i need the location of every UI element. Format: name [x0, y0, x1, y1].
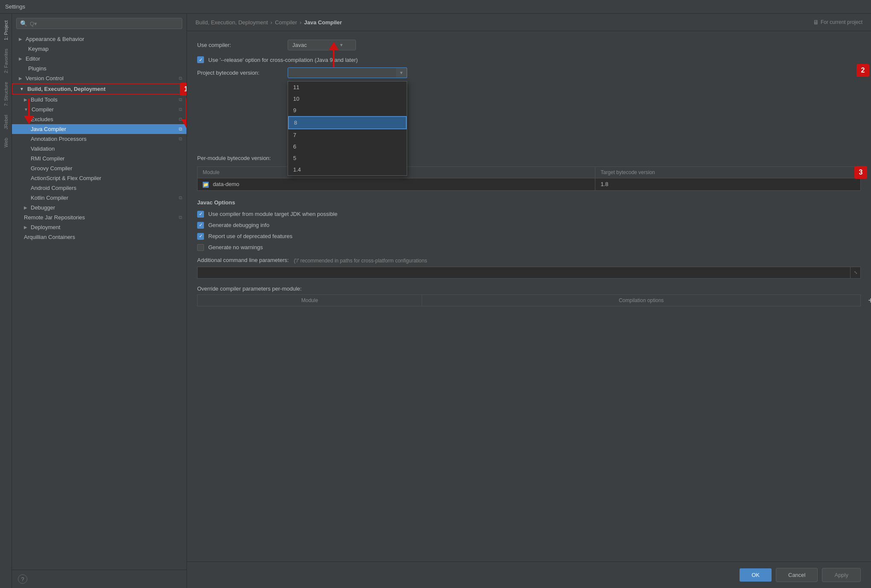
use-compiler-module-checkbox[interactable] — [197, 211, 204, 218]
copy-icon: ⧉ — [179, 215, 182, 220]
option-use-compiler-row: Use compiler from module target JDK when… — [197, 211, 861, 218]
per-module-label: Per-module bytecode version: — [197, 155, 271, 161]
add-override-btn[interactable]: + — [868, 295, 871, 305]
debug-info-checkbox[interactable] — [197, 222, 204, 229]
sidebar-item-arquillian[interactable]: Arquillian Containers — [12, 232, 186, 242]
collapse-arrow: ▶ — [19, 76, 22, 81]
sidebar-item-version-control[interactable]: ▶ Version Control ⧉ — [12, 73, 186, 83]
bottom-bar: OK Cancel Apply — [187, 562, 871, 588]
option-deprecated-row: Report use of deprecated features — [197, 233, 861, 240]
additional-cmd-input[interactable] — [197, 267, 851, 279]
sidebar-item-rmi-compiler[interactable]: RMI Compiler — [12, 154, 186, 163]
use-compiler-dropdown[interactable]: Javac ▼ — [288, 40, 356, 50]
sidebar-item-keymap[interactable]: Keymap — [12, 44, 186, 54]
copy-icon: ⧉ — [179, 136, 182, 142]
sidebar-item-groovy-compiler[interactable]: Groovy Compiler — [12, 163, 186, 173]
dropdown-option-9[interactable]: 9 — [288, 105, 407, 116]
sidebar-item-label: Annotation Processors — [31, 136, 87, 142]
dropdown-option-10[interactable]: 10 — [288, 93, 407, 105]
additional-cmd-label: Additional command line parameters: — [197, 257, 289, 263]
panel-header: Build, Execution, Deployment › Compiler … — [187, 14, 871, 31]
side-tabs: 1: Project 2: Favorites 7: Structure JRe… — [0, 14, 12, 588]
sidebar-item-android[interactable]: Android Compilers — [12, 183, 186, 193]
deprecated-checkbox[interactable] — [197, 233, 204, 240]
sidebar-tree: ▶ Appearance & Behavior Keymap ▶ Editor — [12, 32, 186, 570]
sidebar-item-build-exec-deploy[interactable]: ▼ Build, Execution, Deployment 1 — [12, 83, 186, 95]
annotation-badge-1: 1 — [180, 83, 186, 96]
sidebar-item-label: Version Control — [26, 75, 64, 82]
sidebar-item-excludes[interactable]: Excludes ⧉ — [12, 114, 186, 124]
sidebar-item-editor[interactable]: ▶ Editor — [12, 54, 186, 64]
copy-icon: ⧉ — [179, 76, 182, 81]
chevron-down-icon: ▼ — [399, 70, 404, 75]
collapse-arrow: ▶ — [19, 56, 22, 61]
sidebar-item-remote-jar[interactable]: Remote Jar Repositories ⧉ — [12, 212, 186, 222]
sidebar-item-debugger[interactable]: ▶ Debugger — [12, 203, 186, 212]
sidebar-item-label: Plugins — [28, 65, 47, 72]
ok-button[interactable]: OK — [740, 568, 772, 582]
annotation-badge-2: 2 — [856, 64, 869, 77]
sidebar-item-label: Validation — [31, 146, 55, 152]
sidebar-item-label: Remote Jar Repositories — [24, 214, 85, 221]
apply-button[interactable]: Apply — [822, 568, 861, 582]
sidebar-item-java-compiler[interactable]: Java Compiler ⧉ — [12, 124, 186, 134]
module-name: data-demo — [213, 181, 239, 187]
cmd-expand-btn[interactable]: ⤡ — [851, 267, 861, 279]
compiler-value: Javac — [292, 42, 307, 48]
cancel-button[interactable]: Cancel — [776, 568, 818, 582]
bytecode-dropdown-button[interactable]: ▼ — [396, 67, 407, 78]
search-icon: 🔍 — [20, 20, 27, 27]
sidebar-item-label: Kotlin Compiler — [31, 195, 68, 201]
dropdown-option-7[interactable]: 7 — [288, 129, 407, 141]
sidebar-item-label: Keymap — [28, 46, 49, 52]
right-panel: Build, Execution, Deployment › Compiler … — [187, 14, 871, 588]
side-tab-favorites[interactable]: 2: Favorites — [2, 46, 10, 76]
dropdown-option-5[interactable]: 5 — [288, 152, 407, 164]
sidebar-item-appearance[interactable]: ▶ Appearance & Behavior — [12, 34, 186, 44]
sidebar-item-plugins[interactable]: Plugins — [12, 64, 186, 73]
option-no-warnings-label: Generate no warnings — [208, 244, 263, 250]
no-warnings-checkbox[interactable] — [197, 244, 204, 251]
override-section: Override compiler parameters per-module:… — [197, 285, 861, 306]
sidebar-item-annotation-processors[interactable]: Annotation Processors ⧉ — [12, 134, 186, 144]
side-tab-project[interactable]: 1: Project — [2, 18, 10, 43]
javac-options-heading: Javac Options — [197, 199, 861, 206]
module-cell: 📁 data-demo — [198, 178, 595, 191]
option-no-warnings-row: Generate no warnings — [197, 244, 861, 251]
help-icon[interactable]: ? — [18, 574, 27, 584]
sidebar-item-label: RMI Compiler — [31, 155, 64, 162]
target-bytecode-cell: 1.8 — [595, 178, 861, 191]
expand-arrow: ▼ — [20, 87, 24, 91]
sidebar-item-compiler[interactable]: ▼ Compiler ⧉ — [12, 105, 186, 114]
dropdown-option-11[interactable]: 11 — [288, 82, 407, 93]
side-tab-structure[interactable]: 7: Structure — [2, 79, 10, 109]
search-box[interactable]: 🔍 — [16, 18, 182, 29]
additional-cmd-note: ('/' recommended in paths for cross-plat… — [294, 258, 427, 264]
compiler-select[interactable]: Javac ▼ — [288, 40, 356, 50]
sidebar-item-validation[interactable]: Validation — [12, 144, 186, 154]
sidebar-item-actionscript[interactable]: ActionScript & Flex Compiler — [12, 173, 186, 183]
red-up-arrow — [325, 42, 342, 67]
search-input[interactable] — [30, 20, 178, 27]
bytecode-dropdown-popup: 11 10 9 8 7 6 5 1.4 — [288, 81, 407, 176]
collapse-arrow: ▶ — [19, 37, 22, 41]
dropdown-option-8[interactable]: 8 — [288, 116, 407, 129]
bytecode-version-input[interactable] — [288, 67, 407, 78]
dropdown-option-1-4[interactable]: 1.4 — [288, 164, 407, 175]
bytecode-version-row: Project bytecode version: ▼ 11 10 9 8 7 — [197, 67, 861, 78]
use-release-checkbox[interactable] — [197, 56, 204, 63]
sidebar-item-label: Debugger — [31, 204, 55, 211]
use-compiler-row: Use compiler: Javac ▼ — [197, 40, 861, 50]
copy-icon: ⧉ — [179, 195, 182, 201]
sidebar-item-label: Build, Execution, Deployment — [27, 86, 105, 92]
for-current-project: 🖥 For current project — [813, 19, 862, 26]
sidebar-item-deployment[interactable]: ▶ Deployment — [12, 222, 186, 232]
sidebar-item-build-tools[interactable]: ▶ Build Tools ⧉ — [12, 95, 186, 105]
sidebar-item-kotlin[interactable]: Kotlin Compiler ⧉ — [12, 193, 186, 203]
side-tab-jrebel[interactable]: JRebel — [2, 112, 10, 132]
annotation-badge-3: 3 — [854, 166, 867, 179]
table-row: 📁 data-demo 1.8 — [198, 178, 861, 191]
svg-marker-1 — [181, 119, 186, 128]
side-tab-web[interactable]: Web — [2, 135, 10, 150]
dropdown-option-6[interactable]: 6 — [288, 141, 407, 152]
